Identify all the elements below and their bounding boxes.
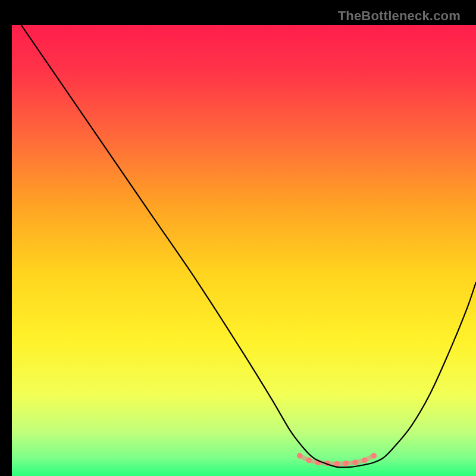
plot-area [12,25,476,476]
optimal-marker [343,461,349,466]
gradient-background [12,25,476,476]
optimal-marker [306,458,312,464]
optimal-marker [297,453,303,459]
optimal-marker [334,461,340,467]
optimal-marker [371,453,377,459]
chart-frame: TheBottleneck.com [6,6,470,470]
optimal-marker [362,458,368,464]
watermark-text: TheBottleneck.com [338,8,461,24]
optimal-marker [352,459,358,465]
bottleneck-chart [12,25,476,476]
